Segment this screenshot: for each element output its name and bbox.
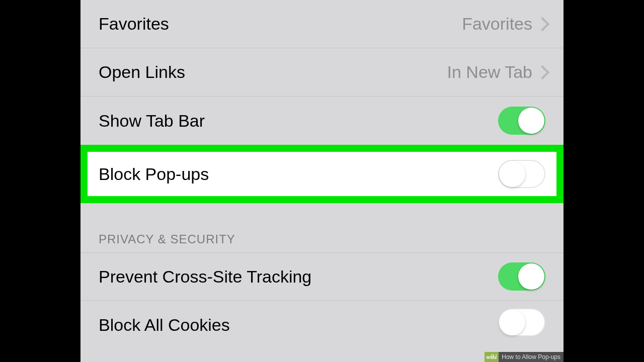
favorites-label: Favorites: [99, 14, 462, 34]
toggle-knob: [499, 309, 525, 335]
toggle-knob: [518, 263, 544, 290]
favorites-value: Favorites: [462, 14, 532, 34]
watermark-title: How to Allow Pop-ups: [499, 352, 564, 362]
section-spacer: [80, 203, 564, 232]
row-block-cookies: Block All Cookies: [80, 301, 564, 337]
prevent-tracking-toggle[interactable]: [498, 262, 545, 291]
highlight-block-popups: Block Pop-ups: [80, 145, 564, 203]
open-links-label: Open Links: [99, 62, 447, 82]
row-block-popups: Block Pop-ups: [88, 152, 556, 196]
show-tab-bar-label: Show Tab Bar: [99, 111, 498, 131]
watermark: wiki How to Allow Pop-ups: [485, 352, 564, 362]
privacy-section-header: PRIVACY & SECURITY: [80, 232, 564, 252]
watermark-brand: wiki: [485, 352, 499, 363]
block-cookies-toggle[interactable]: [498, 308, 545, 336]
chevron-right-icon: [537, 65, 545, 79]
chevron-right-icon: [537, 17, 545, 31]
toggle-knob: [518, 108, 544, 134]
row-prevent-tracking: Prevent Cross-Site Tracking: [80, 252, 564, 301]
row-favorites[interactable]: Favorites Favorites: [80, 0, 564, 48]
row-show-tab-bar: Show Tab Bar: [80, 97, 564, 145]
block-popups-label: Block Pop-ups: [99, 164, 498, 184]
show-tab-bar-toggle[interactable]: [498, 107, 545, 135]
block-cookies-label: Block All Cookies: [99, 315, 498, 335]
open-links-value: In New Tab: [447, 62, 532, 82]
settings-panel: Favorites Favorites Open Links In New Ta…: [80, 0, 564, 362]
toggle-knob: [499, 161, 525, 187]
row-open-links[interactable]: Open Links In New Tab: [80, 48, 564, 97]
prevent-tracking-label: Prevent Cross-Site Tracking: [99, 267, 498, 287]
block-popups-toggle[interactable]: [498, 160, 545, 188]
